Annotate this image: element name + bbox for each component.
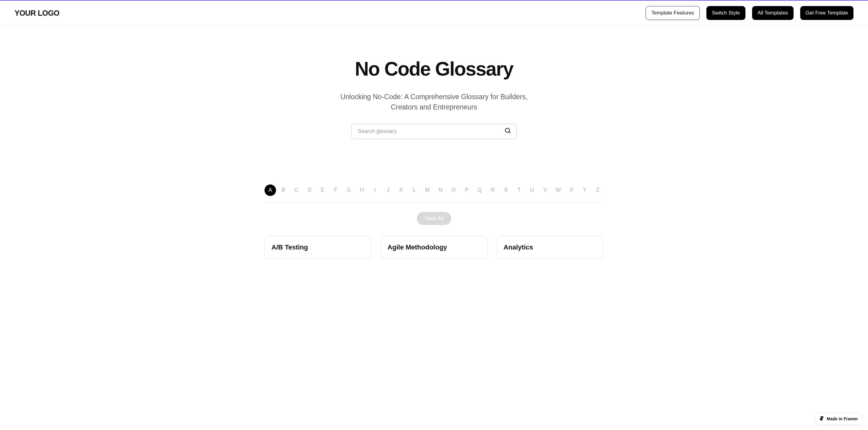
site-header: YOUR LOGO Template Features Switch Style…	[0, 1, 868, 26]
alpha-letter-a[interactable]: A	[265, 185, 276, 196]
alpha-letter-c[interactable]: C	[291, 185, 302, 196]
alpha-letter-y[interactable]: Y	[579, 185, 590, 196]
alpha-letter-e[interactable]: E	[317, 185, 329, 196]
glossary-card-title: Agile Methodology	[388, 243, 480, 251]
alpha-letter-t[interactable]: T	[513, 185, 525, 196]
glossary-section: ABCDEFGHIJKLMNOPQRSTUVWXYZ View All A/B …	[252, 185, 616, 259]
alpha-letter-v[interactable]: V	[539, 185, 551, 196]
alpha-letter-s[interactable]: S	[500, 185, 512, 196]
glossary-cards: A/B TestingAgile MethodologyAnalytics	[265, 236, 603, 259]
alpha-letter-l[interactable]: L	[409, 185, 420, 196]
logo[interactable]: YOUR LOGO	[14, 9, 59, 18]
alpha-letter-j[interactable]: J	[382, 185, 394, 196]
alphabet-nav: ABCDEFGHIJKLMNOPQRSTUVWXYZ	[265, 185, 603, 203]
hero-section: No Code Glossary Unlocking No-Code: A Co…	[252, 26, 616, 151]
alpha-letter-g[interactable]: G	[343, 185, 355, 196]
search-icon[interactable]	[504, 127, 511, 135]
svg-line-1	[509, 132, 510, 133]
alpha-letter-i[interactable]: I	[369, 185, 381, 196]
alpha-letter-o[interactable]: O	[448, 185, 459, 196]
alpha-letter-x[interactable]: X	[566, 185, 577, 196]
alpha-letter-h[interactable]: H	[356, 185, 368, 196]
alpha-letter-f[interactable]: F	[330, 185, 341, 196]
template-features-button[interactable]: Template Features	[646, 6, 700, 20]
search-input[interactable]	[351, 124, 517, 139]
view-all-button[interactable]: View All	[417, 212, 452, 225]
get-free-template-button[interactable]: Get Free Template	[800, 6, 854, 20]
alpha-letter-r[interactable]: R	[487, 185, 499, 196]
glossary-card-title: A/B Testing	[272, 243, 364, 251]
search-wrap	[351, 124, 517, 139]
all-templates-button[interactable]: All Templates	[752, 6, 794, 20]
page-subtitle: Unlocking No-Code: A Comprehensive Gloss…	[340, 92, 528, 112]
alpha-letter-p[interactable]: P	[461, 185, 472, 196]
alpha-letter-q[interactable]: Q	[474, 185, 486, 196]
alpha-letter-k[interactable]: K	[396, 185, 407, 196]
glossary-card[interactable]: A/B Testing	[265, 236, 371, 259]
main-nav: Template Features Switch Style All Templ…	[646, 6, 854, 20]
page-title: No Code Glossary	[265, 59, 603, 79]
alpha-letter-m[interactable]: M	[422, 185, 433, 196]
alpha-letter-b[interactable]: B	[278, 185, 289, 196]
glossary-card[interactable]: Agile Methodology	[380, 236, 487, 259]
alpha-letter-w[interactable]: W	[553, 185, 564, 196]
alpha-letter-z[interactable]: Z	[592, 185, 603, 196]
glossary-card[interactable]: Analytics	[497, 236, 603, 259]
alpha-letter-u[interactable]: U	[526, 185, 538, 196]
switch-style-button[interactable]: Switch Style	[706, 6, 745, 20]
glossary-card-title: Analytics	[504, 243, 596, 251]
alpha-letter-d[interactable]: D	[304, 185, 315, 196]
alpha-letter-n[interactable]: N	[435, 185, 446, 196]
